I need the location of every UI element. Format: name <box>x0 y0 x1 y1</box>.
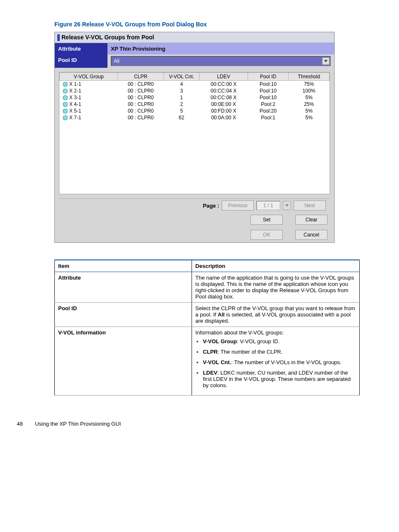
col-threshold[interactable]: Threshold <box>289 73 330 81</box>
page-footer: 48 Using the XP Thin Provisioning GUI <box>17 421 382 427</box>
col-vvolgroup[interactable]: V-VOL Group <box>60 73 118 81</box>
previous-button[interactable]: Previous <box>222 200 254 211</box>
release-vvol-dialog: Release V-VOL Groups from Pool Attribute… <box>54 32 335 243</box>
button-row-2: OK Cancel <box>55 227 334 242</box>
table-row[interactable]: X 5-100 : CLPR0500:FD:00 XPool:205% <box>60 108 330 114</box>
vvol-table-container: V-VOL Group CLPR V-VOL Cnt. LDEV Pool ID… <box>59 72 330 194</box>
desc-head-item: Item <box>55 260 192 272</box>
figure-title: Figure 26 Release V-VOL Groups from Pool… <box>54 21 382 28</box>
volume-icon <box>62 102 68 107</box>
description-table: Item Description AttributeThe name of th… <box>54 260 360 396</box>
col-clpr[interactable]: CLPR <box>118 73 164 81</box>
next-button[interactable]: Next <box>294 200 326 211</box>
table-row[interactable]: X 1-100 : CLPR0400:CC:00 XPool:1075% <box>60 81 330 88</box>
page-indicator: 1 / 1 <box>256 201 280 210</box>
pager-label: Page : <box>203 203 219 209</box>
poolid-row: Pool ID All <box>55 54 334 68</box>
table-row[interactable]: X 3-100 : CLPR0100:CC:08 XPool:105% <box>60 94 330 101</box>
ok-button[interactable]: OK <box>251 230 283 240</box>
cancel-button[interactable]: Cancel <box>295 230 327 240</box>
col-vvolcnt[interactable]: V-VOL Cnt. <box>164 73 200 81</box>
footer-page-number: 48 <box>17 421 33 427</box>
desc-text: Information about the V-VOL groups:V-VOL… <box>192 327 360 396</box>
svg-marker-7 <box>285 204 289 207</box>
attribute-row: Attribute XP Thin Provisioning <box>55 43 334 54</box>
clear-button[interactable]: Clear <box>295 215 327 225</box>
desc-item: V-VOL information <box>55 327 192 396</box>
volume-icon <box>62 82 68 87</box>
set-button[interactable]: Set <box>251 215 283 225</box>
volume-icon <box>62 109 68 114</box>
desc-item: Pool ID <box>55 303 192 327</box>
footer-text: Using the XP Thin Provisioning GUI <box>35 421 121 427</box>
poolid-value: All <box>114 58 119 64</box>
col-poolid[interactable]: Pool ID <box>248 73 289 81</box>
desc-text: Select the CLPR of the V-VOL group that … <box>192 303 360 327</box>
desc-text: The name of the application that is goin… <box>192 272 360 303</box>
col-ldev[interactable]: LDEV <box>200 73 248 81</box>
table-row[interactable]: X 7-100 : CLPR06200:0A:00 XPool:15% <box>60 114 330 121</box>
desc-item: Attribute <box>55 272 192 303</box>
table-row[interactable]: X 2-100 : CLPR0300:CC:04 XPool:10100% <box>60 87 330 94</box>
volume-icon <box>62 95 68 100</box>
svg-marker-0 <box>324 60 327 62</box>
attribute-label: Attribute <box>55 43 107 54</box>
chevron-down-icon[interactable] <box>322 57 330 65</box>
dialog-title: Release V-VOL Groups from Pool <box>55 32 334 43</box>
desc-head-desc: Description <box>192 260 360 272</box>
desc-row: V-VOL informationInformation about the V… <box>55 327 360 396</box>
poolid-select[interactable]: All <box>111 56 331 66</box>
pager: Page : Previous 1 / 1 Next <box>59 198 330 212</box>
vvol-table: V-VOL Group CLPR V-VOL Cnt. LDEV Pool ID… <box>59 72 330 121</box>
volume-icon <box>62 89 68 94</box>
desc-row: AttributeThe name of the application tha… <box>55 272 360 303</box>
poolid-label: Pool ID <box>55 54 107 68</box>
volume-icon <box>62 116 68 121</box>
button-row-1: Set Clear <box>55 212 334 227</box>
attribute-value: XP Thin Provisioning <box>107 43 334 54</box>
desc-row: Pool IDSelect the CLPR of the V-VOL grou… <box>55 303 360 327</box>
table-row[interactable]: X 4-100 : CLPR0200:0E:00 XPool:225% <box>60 101 330 108</box>
page-dropdown[interactable] <box>283 201 291 210</box>
